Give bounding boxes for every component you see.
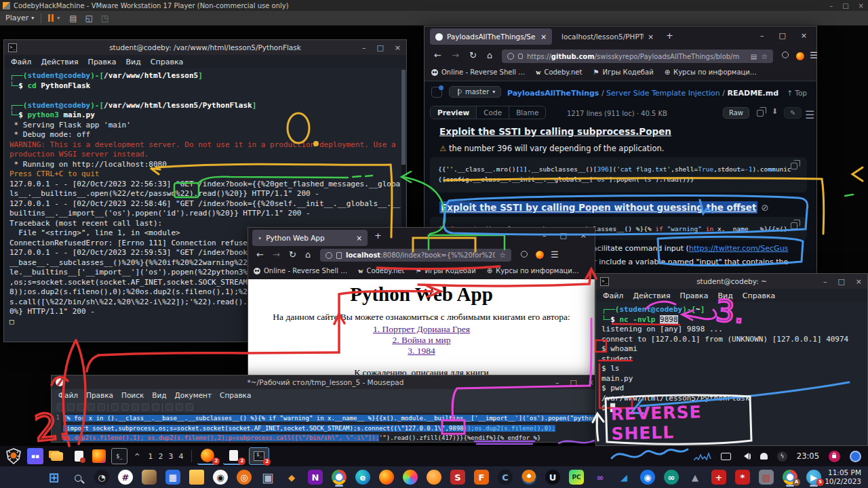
book-link-2[interactable]: 2. Война и мир [392, 335, 450, 345]
crumb-folder[interactable]: Server Side Template Injection [606, 89, 720, 98]
volume-icon[interactable] [741, 453, 751, 460]
terminal-launcher-icon[interactable]: $_ [111, 448, 127, 464]
send-ctrl-alt-del-icon[interactable]: ▤ [69, 14, 77, 23]
taskbar-icon-virtualbox[interactable]: ▣ [258, 468, 277, 487]
taskbar-icon-fruity-f[interactable]: F [472, 468, 491, 487]
taskbar-icon-3dsmax[interactable]: ▲ [686, 468, 705, 487]
firefox-account-icon[interactable] [796, 52, 804, 60]
taskbar-icon-start[interactable]: ⊞ [45, 468, 64, 487]
tab-blame[interactable]: Blame [509, 106, 545, 119]
redo-icon[interactable] [121, 403, 129, 411]
copy-icon[interactable] [142, 403, 149, 411]
taskbar-icon-search[interactable]: ○ [68, 468, 87, 487]
forward-icon[interactable]: → [273, 249, 280, 260]
taskbar-icon-pycharm[interactable]: PC [567, 468, 586, 487]
taskbar-icon-unreal[interactable]: U [543, 468, 562, 487]
task-terminal[interactable]: $_2 [249, 447, 269, 465]
close-button[interactable]: × [801, 31, 807, 40]
minimize-button[interactable]: – [542, 231, 547, 240]
bookmark-star-icon[interactable]: ☆ [499, 251, 506, 260]
maximize-button[interactable]: □ [778, 31, 785, 40]
taskbar-icon-slack[interactable]: # [116, 468, 135, 487]
home-icon[interactable]: ⌂ [305, 249, 311, 260]
mousepad-titlebar[interactable]: *~/Рабочий стол/tmp_lesson_5 - Mousepad … [52, 375, 599, 389]
menu-view[interactable]: Вид [125, 58, 140, 66]
taskbar-icon-chrome[interactable] [330, 468, 349, 487]
reload-icon[interactable]: ↻ [289, 249, 296, 260]
minimize-button[interactable]: – [823, 277, 827, 286]
maximize-button[interactable]: □ [376, 43, 383, 52]
close-button[interactable]: × [588, 378, 594, 387]
maximize-button[interactable]: □ [559, 231, 566, 240]
taskbar-icon-telegram[interactable]: ▶5 [804, 468, 823, 487]
taskbar-icon-firefox[interactable] [377, 468, 396, 487]
minimize-button[interactable]: – [362, 43, 366, 52]
menu-actions[interactable]: Действия [633, 291, 670, 300]
close-button[interactable]: × [395, 43, 401, 52]
taskbar-icon-speedtest[interactable]: ◔ [92, 468, 111, 487]
menu-file[interactable]: Файл [58, 391, 78, 399]
book-link-3[interactable]: 3. 1984 [408, 346, 435, 356]
bookmark-codeby[interactable]: wCodeby.net [536, 68, 582, 76]
maximize-button[interactable]: □ [837, 277, 844, 286]
menu-file[interactable]: Файл [11, 58, 31, 66]
tab-localhost-phptwig[interactable]: localhost/lesson5/PHPTwig/i × [556, 28, 659, 45]
menu-view[interactable]: Вид [152, 391, 166, 399]
taskbar-icon-vmware-workstation[interactable]: ◆ [282, 468, 301, 487]
menu-view[interactable]: Вид [717, 291, 732, 300]
screen-lock-icon[interactable] [829, 451, 840, 462]
taskbar-icon-calendar[interactable]: ▦ [163, 468, 182, 487]
pocket-icon[interactable] [782, 52, 789, 58]
bookmark-reverse-shell[interactable]: Online - Reverse Shell … [254, 267, 347, 274]
desktop-pager-icon[interactable]: ▪▪ [27, 448, 43, 464]
menu-help[interactable]: Справка [220, 391, 251, 399]
menu-edit[interactable]: Правка [86, 391, 113, 399]
pause-button[interactable]: ▾ [48, 14, 60, 22]
taskbar-icon-popcorn[interactable]: ◎ [235, 468, 254, 487]
workspace-switcher[interactable]: 1234 [148, 452, 183, 461]
reader-mode-icon[interactable]: ▤ [751, 53, 757, 60]
taskbar-icon-cinema4d[interactable]: C [496, 468, 515, 487]
taskbar-icon-obs-red-2[interactable]: * [733, 468, 752, 487]
back-icon[interactable]: ← [256, 249, 264, 260]
display-icon[interactable] [721, 453, 731, 460]
fullscreen-icon[interactable]: ◱ [85, 14, 93, 23]
paste-icon[interactable] [152, 403, 159, 411]
terminal2-titlebar[interactable]: >_ student@codeby: ~ – □ × [596, 274, 867, 289]
bookmark-codeby-games[interactable]: ⚑Игры Кодебай [415, 267, 475, 274]
menu-edit[interactable]: Правка [680, 291, 709, 300]
menu-actions[interactable]: Действия [41, 58, 78, 66]
menu-document[interactable]: Документ [175, 391, 212, 399]
bookmark-courses[interactable]: ⊕Курсы по информаци… [487, 267, 579, 274]
menu-file[interactable]: Файл [603, 291, 623, 300]
back-to-top-link[interactable]: ↑ Top [787, 89, 807, 97]
new-tab-button[interactable]: + [666, 30, 673, 41]
taskbar-icon-file-explorer[interactable] [187, 468, 206, 487]
menu-help[interactable]: Справка [151, 58, 183, 66]
new-file-icon[interactable] [57, 403, 64, 411]
network-vpn-icon[interactable] [850, 451, 861, 462]
taskbar-icon-photos-legacy[interactable]: ▨ [757, 468, 776, 487]
taskbar-icon-vscode[interactable]: ◢ [614, 468, 633, 487]
vmware-maximize-button[interactable]: □ [842, 2, 848, 9]
undo-icon[interactable] [111, 403, 119, 411]
outline-icon[interactable]: ☰ [805, 108, 814, 121]
minimize-button[interactable]: – [555, 378, 559, 387]
goto-icon[interactable] [186, 403, 193, 411]
tab-python-web-app[interactable]: • Python Web App × [252, 230, 368, 246]
taskbar-icon-davinci-resolve[interactable] [401, 468, 420, 487]
close-button[interactable]: × [580, 231, 587, 240]
download-icon[interactable]: ⬇ [772, 107, 778, 116]
taskbar-icon-edge[interactable]: e [353, 468, 372, 487]
windows-clock[interactable]: 11:05 PM10/2/2023 [825, 468, 861, 486]
taskbar-icon-maps[interactable]: ◉ [638, 468, 657, 487]
mousepad-editor[interactable]: 1 {% for x in ().__class__.__base__.__su… [52, 413, 599, 442]
reload-icon[interactable] [98, 403, 105, 411]
bookmark-codeby-games[interactable]: ⚑Игры Кодебай [593, 68, 653, 76]
book-link-1[interactable]: 1. Портрет Дориана Грея [373, 324, 470, 334]
tab-close-icon[interactable]: × [648, 33, 654, 41]
save-icon[interactable] [77, 403, 85, 411]
find-icon[interactable] [165, 403, 173, 411]
taskbar-icon-arduino[interactable]: ∞ [662, 468, 681, 487]
taskbar-icon-blender[interactable] [519, 468, 538, 487]
